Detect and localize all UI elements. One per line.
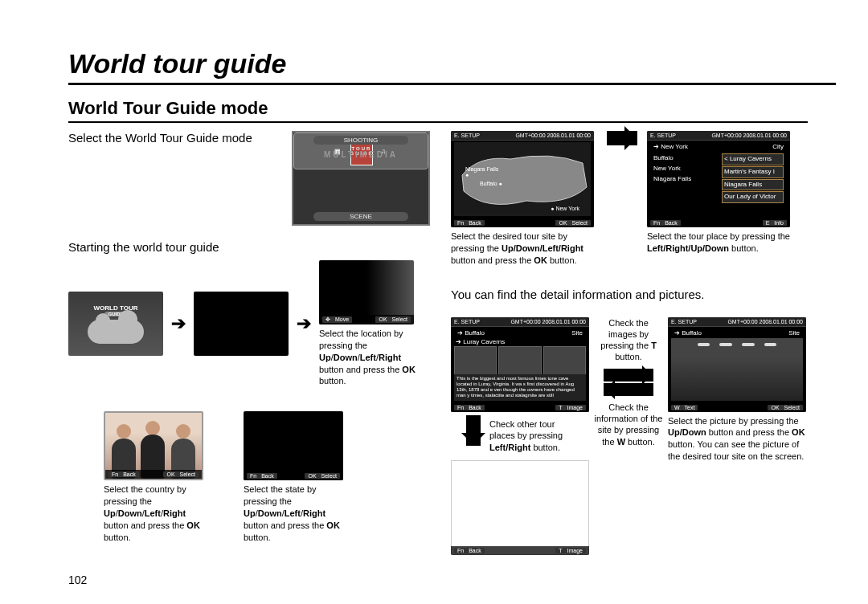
- caption-tourplace: Select the tour place by pressing the Le…: [647, 231, 793, 255]
- move-btn: ✥: [324, 316, 332, 322]
- splash-screen: WORLD TOUR GUIDE: [68, 292, 163, 356]
- caption-check-other: Check other tour places by pressing Left…: [489, 418, 578, 455]
- caption-toursite: Select the desired tour site by pressing…: [451, 231, 597, 267]
- state-select-screen: Fn Back OK Select: [244, 411, 343, 480]
- city-list-screen: E. SETUPGMT+00:00 2008.01.01 00:00 ➔ New…: [647, 131, 790, 227]
- caption-country: Select the country by pressing the Up/Do…: [104, 484, 208, 543]
- blank-screen-1: [194, 292, 289, 356]
- location-select-screen: ✥ Move OK Select: [319, 260, 414, 324]
- left-column: Select the World Tour Guide mode SHOOTIN…: [68, 131, 430, 555]
- check-info-note: Check the information of the site by pre…: [594, 402, 663, 447]
- double-arrow-icon: [600, 368, 657, 397]
- page-title: World tour guide: [68, 48, 836, 85]
- starting-heading: Starting the world tour guide: [68, 240, 430, 254]
- mode-scene: SCENE: [313, 212, 408, 221]
- page-number: 102: [68, 573, 87, 586]
- mode-multimedia: MULTIMEDIA: [293, 150, 428, 159]
- mode-shooting: SHOOTING: [313, 136, 408, 145]
- select-heading: Select the World Tour Guide mode: [68, 131, 284, 145]
- country-select-screen: Fn Back OK Select: [104, 411, 203, 480]
- big-arrow-down-icon: [462, 415, 485, 446]
- detail-heading: You can find the detail information and …: [451, 288, 821, 301]
- mode-title: World Tour Guide mode: [68, 98, 808, 123]
- caption-picture: Select the picture by pressing the Up/Do…: [668, 415, 811, 463]
- right-column: E. SETUPGMT+00:00 2008.01.01 00:00 ➔ New…: [451, 131, 821, 555]
- arrow-right-icon: ➔: [293, 313, 314, 334]
- mode-dial-screen: SHOOTING MULTIMEDIA ▣ TOUR GUIDE ♫ SCENE: [292, 131, 430, 226]
- picture-select-screen: E. SETUPGMT+00:00 2008.01.01 00:00 ➔ Buf…: [668, 317, 806, 412]
- next-site-screen: Fn Back T Image: [451, 460, 589, 555]
- check-images-note: Check the images by pressing the T butto…: [594, 317, 663, 363]
- arrow-right-icon: ➔: [168, 313, 189, 334]
- caption-state: Select the state by pressing the Up/Down…: [244, 484, 348, 543]
- caption-location: Select the location by pressing the Up/D…: [319, 328, 424, 387]
- map-screen: E. SETUPGMT+00:00 2008.01.01 00:00 ➔ New…: [451, 131, 594, 227]
- luray-detail-screen: E. SETUPGMT+00:00 2008.01.01 00:00 ➔ Buf…: [451, 317, 589, 412]
- big-arrow-right-icon: [602, 131, 642, 145]
